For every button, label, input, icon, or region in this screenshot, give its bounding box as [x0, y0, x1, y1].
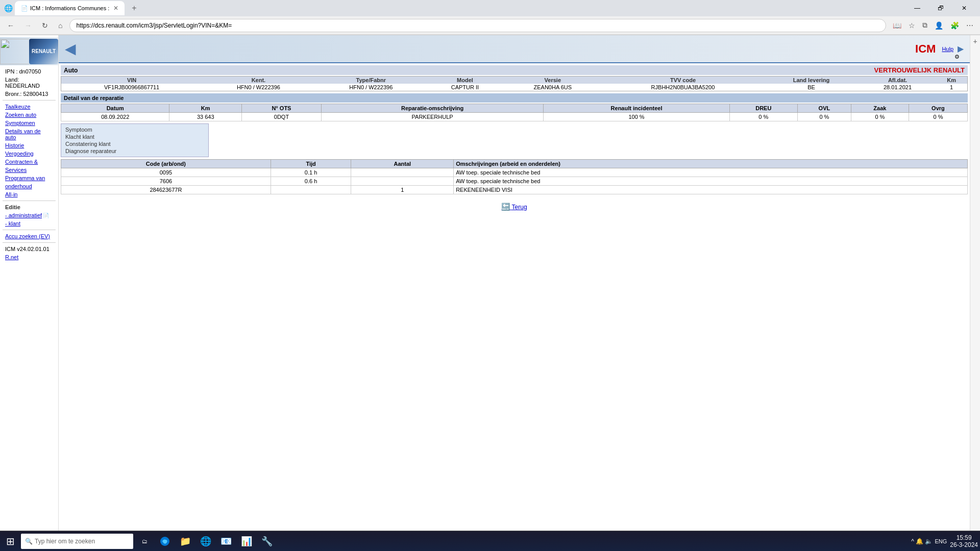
- col-ovl: OVL: [797, 104, 851, 113]
- km-header: Km: [936, 77, 967, 84]
- reader-btn[interactable]: 📖: [890, 20, 904, 31]
- sidebar-taalkeuze[interactable]: Taalkeuze: [3, 103, 56, 111]
- sidebar-contracten[interactable]: Contracten &: [3, 158, 56, 166]
- tab-close-btn[interactable]: ✕: [113, 5, 118, 12]
- sidebar-bron: Bronr.: 52800413: [3, 90, 56, 98]
- favorites-btn[interactable]: ☆: [906, 20, 918, 31]
- sidebar-all-in[interactable]: All-in: [3, 190, 56, 198]
- parts-tijd: 0.6 h: [271, 177, 351, 186]
- header-left-arrow[interactable]: ◀: [65, 40, 76, 57]
- settings-btn[interactable]: ⋯: [964, 20, 976, 31]
- taskbar-edge[interactable]: [156, 532, 174, 550]
- row-ots: 0DQT: [241, 113, 321, 121]
- parts-code: 7606: [61, 177, 271, 186]
- home-nav-btn[interactable]: ⌂: [55, 19, 65, 32]
- taskbar-widgets[interactable]: 🗂: [135, 532, 154, 550]
- profile-btn[interactable]: 👤: [932, 20, 946, 31]
- parts-row: 0095 0.1 h AW toep. speciale technische …: [61, 168, 968, 177]
- sidebar-onderhoud[interactable]: onderhoud: [3, 182, 56, 190]
- taskbar-right: ^ 🔔 🔈 ENG 15:59 26-3-2024: [911, 534, 978, 548]
- taskbar-clock: 15:59 26-3-2024: [950, 534, 978, 548]
- detail-reparatie-table: Datum Km N° OTS Reparatie-omschrijving R…: [61, 104, 968, 121]
- sidebar-r-net[interactable]: R.net: [3, 253, 56, 261]
- start-btn[interactable]: ⊞: [2, 533, 19, 549]
- afl-dat-value: 28.01.2021: [860, 84, 936, 91]
- new-tab-btn[interactable]: +: [128, 4, 140, 13]
- taskbar-date-display: 26-3-2024: [950, 541, 978, 548]
- versie-value: ZEAN0HA 6US: [503, 84, 603, 91]
- header-right-arrow[interactable]: ▶: [958, 44, 964, 54]
- col-datum: Datum: [61, 104, 169, 113]
- sidebar-accu-zoeken[interactable]: Accu zoeken (EV): [3, 232, 56, 240]
- taskbar-browser[interactable]: 🌐: [197, 532, 215, 550]
- vehicle-info-table: VIN Kent. Type/Fabnr Model Versie TVV co…: [61, 76, 968, 91]
- taskbar-app1[interactable]: 📊: [237, 532, 256, 550]
- minimize-btn[interactable]: —: [905, 0, 929, 16]
- parts-col-tijd: Tijd: [271, 160, 351, 168]
- maximize-btn[interactable]: 🗗: [929, 0, 952, 16]
- sidebar-ipn: IPN : dn07050: [3, 67, 56, 76]
- land-levering-value: BE: [763, 84, 860, 91]
- parts-code: 284623677R: [61, 186, 271, 194]
- kent-value: HFN0 / W222396: [202, 84, 314, 91]
- address-bar[interactable]: [69, 19, 886, 32]
- sidebar-details-auto[interactable]: Details van de auto: [3, 127, 56, 141]
- detail-reparatie-header: Detail van de reparatie: [61, 93, 968, 103]
- row-ovl: 0 %: [797, 113, 851, 121]
- taskbar-time-display: 15:59: [950, 534, 978, 541]
- km-value: 1: [936, 84, 967, 91]
- col-renault-incidenteel: Renault incidenteel: [544, 104, 729, 113]
- sidebar-vergoeding[interactable]: Vergoeding: [3, 149, 56, 158]
- parts-row: 284623677R 1 REKENEENHEID VISI: [61, 186, 968, 194]
- sidebar-services[interactable]: Services: [3, 166, 56, 174]
- sidebar-programma[interactable]: Programma van: [3, 174, 56, 182]
- right-edge-btn[interactable]: +: [973, 37, 977, 45]
- parts-aantal: [351, 168, 454, 177]
- taskbar-search[interactable]: 🔍 Typ hier om te zoeken: [21, 534, 133, 549]
- tab-title: ICM : Informations Communes :: [30, 5, 109, 11]
- sidebar-symptomen[interactable]: Symptomen: [3, 119, 56, 127]
- tab-actions-btn[interactable]: ⧉: [920, 20, 930, 31]
- afl-dat-header: Afl.dat.: [860, 77, 936, 84]
- parts-col-omschrijving: Omschrijvingen (arbeid en onderdelen): [454, 160, 968, 168]
- browser-tab[interactable]: 📄 ICM : Informations Communes : ✕: [15, 1, 125, 15]
- taskbar-search-text: Typ hier om te zoeken: [35, 538, 95, 545]
- parts-row: 7606 0.6 h AW toep. speciale technische …: [61, 177, 968, 186]
- sidebar-zoeken-auto[interactable]: Zoeken auto: [3, 111, 56, 119]
- sys-tray: ^ 🔔 🔈 ENG: [911, 538, 947, 545]
- taskbar-app2[interactable]: 🔧: [258, 532, 276, 550]
- forward-nav-btn[interactable]: →: [21, 19, 35, 32]
- refresh-nav-btn[interactable]: ↻: [39, 19, 51, 32]
- kent-header: Kent.: [202, 77, 314, 84]
- settings-icon[interactable]: ⚙: [954, 54, 960, 60]
- back-btn[interactable]: 🔙 Terug: [501, 204, 527, 211]
- taskbar-files[interactable]: 📁: [176, 532, 194, 550]
- close-btn[interactable]: ✕: [952, 0, 976, 16]
- header-banner: ◀ ICM Hulp ▶ ⚙: [59, 35, 970, 63]
- detail-row: 08.09.2022 33 643 0DQT PARKEERHULP 100 %…: [61, 113, 968, 121]
- model-header: Model: [427, 77, 503, 84]
- col-dreu: DREU: [729, 104, 797, 113]
- taskbar-outlook[interactable]: 📧: [217, 532, 235, 550]
- back-btn-area: 🔙 Terug: [61, 203, 968, 211]
- col-zaak: Zaak: [851, 104, 909, 113]
- row-omschrijving: PARKEERHULP: [321, 113, 543, 121]
- row-zaak: 0 %: [851, 113, 909, 121]
- type-fabnr-value: HFN0 / W222396: [315, 84, 427, 91]
- extensions-btn[interactable]: 🧩: [948, 20, 962, 31]
- admin-icon: 📄: [43, 213, 49, 218]
- sidebar-administratief[interactable]: - administratief 📄: [3, 211, 56, 219]
- header-icm-label: ICM: [915, 42, 936, 56]
- col-ovrg: Ovrg: [909, 104, 967, 113]
- klacht-klant-label: Klacht klant: [65, 133, 204, 140]
- header-hulp[interactable]: Hulp: [942, 46, 953, 52]
- sidebar-historie[interactable]: Historie: [3, 141, 56, 149]
- back-nav-btn[interactable]: ←: [4, 19, 17, 32]
- main-content: Auto VERTROUWELIJK RENAULT VIN Kent. Typ…: [59, 63, 970, 551]
- row-renault-incidenteel: 100 %: [544, 113, 729, 121]
- sidebar-klant[interactable]: - klant: [3, 219, 56, 228]
- symptoom-label: Symptoom: [65, 126, 204, 133]
- parts-omschrijving: REKENEENHEID VISI: [454, 186, 968, 194]
- parts-aantal: [351, 177, 454, 186]
- sidebar-editie: Editie: [3, 203, 56, 211]
